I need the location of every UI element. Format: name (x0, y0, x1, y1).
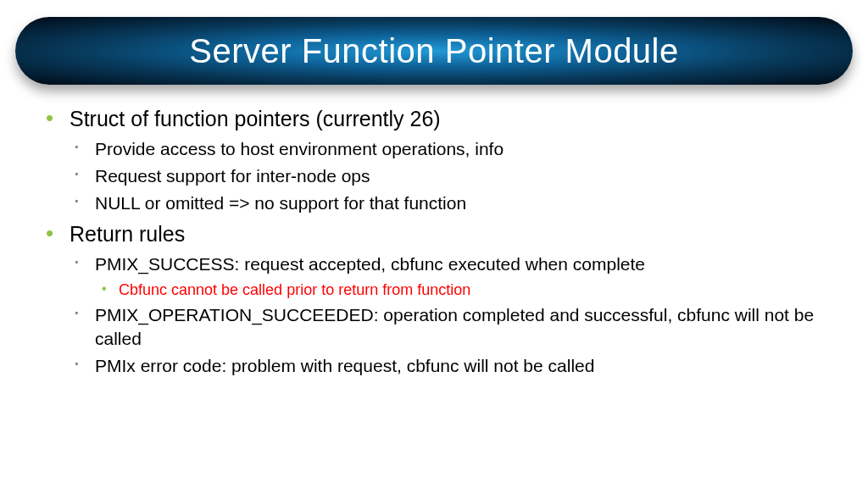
sub-bullet-item: PMIX_OPERATION_SUCCEEDED: operation comp… (70, 303, 829, 351)
subsub-bullet-list: Cbfunc cannot be called prior to return … (95, 280, 829, 300)
sub-bullet-text: Request support for inter-node ops (95, 166, 370, 186)
sub-bullet-text: Provide access to host environment opera… (95, 139, 504, 158)
subsub-bullet-text: Cbfunc cannot be called prior to return … (119, 281, 470, 298)
slide: Server Function Pointer Module Struct of… (0, 17, 868, 488)
subsub-bullet-item: Cbfunc cannot be called prior to return … (95, 280, 829, 300)
bullet-text: Struct of function pointers (currently 2… (70, 107, 441, 130)
title-bar: Server Function Pointer Module (15, 17, 853, 85)
sub-bullet-item: PMIX_SUCCESS: request accepted, cbfunc e… (70, 252, 829, 300)
sub-bullet-list: Provide access to host environment opera… (70, 137, 829, 215)
sub-bullet-text: PMIx error code: problem with request, c… (95, 356, 594, 375)
bullet-item: Return rules PMIX_SUCCESS: request accep… (39, 220, 829, 378)
sub-bullet-text: NULL or omitted => no support for that f… (95, 193, 466, 213)
sub-bullet-item: Request support for inter-node ops (70, 164, 829, 188)
slide-content: Struct of function pointers (currently 2… (0, 100, 868, 378)
bullet-item: Struct of function pointers (currently 2… (39, 105, 829, 215)
sub-bullet-text: PMIX_SUCCESS: request accepted, cbfunc e… (95, 254, 645, 274)
sub-bullet-item: Provide access to host environment opera… (70, 137, 829, 161)
bullet-list: Struct of function pointers (currently 2… (39, 105, 829, 378)
sub-bullet-list: PMIX_SUCCESS: request accepted, cbfunc e… (70, 252, 829, 378)
sub-bullet-item: NULL or omitted => no support for that f… (70, 191, 829, 215)
sub-bullet-text: PMIX_OPERATION_SUCCEEDED: operation comp… (95, 305, 814, 348)
slide-title: Server Function Pointer Module (189, 32, 679, 70)
bullet-text: Return rules (70, 222, 185, 246)
sub-bullet-item: PMIx error code: problem with request, c… (70, 354, 829, 378)
